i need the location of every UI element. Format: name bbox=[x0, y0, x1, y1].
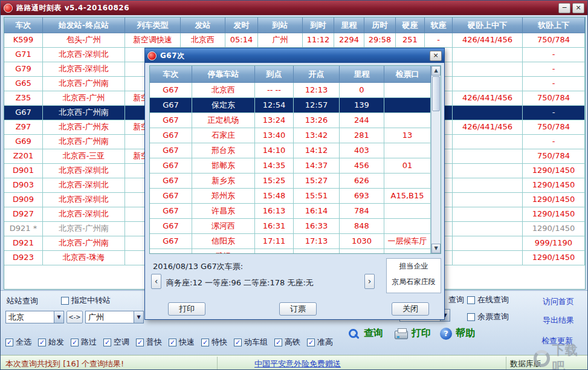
table-cell bbox=[255, 249, 294, 254]
checkbox-online-query[interactable]: 在线查询 bbox=[467, 294, 509, 305]
table-cell: 16:33 bbox=[294, 219, 340, 234]
table-cell: Z97 bbox=[4, 120, 43, 135]
column-header[interactable]: 里程 bbox=[334, 18, 364, 33]
table-cell: 北京西-深圳北 bbox=[43, 207, 125, 222]
column-header[interactable]: 检票口 bbox=[384, 66, 431, 83]
table-row[interactable]: G67保定东12:5412:57139 bbox=[150, 98, 431, 113]
table-cell: G67 bbox=[150, 98, 192, 113]
dropdown-icon[interactable]: ▼ bbox=[54, 311, 63, 323]
scroll-up-button[interactable]: ▲ bbox=[431, 66, 441, 76]
print-button[interactable]: 打印 bbox=[395, 327, 431, 340]
checkbox-air-conditioned[interactable]: ✓空调 bbox=[103, 337, 129, 348]
scrollbar-thumb[interactable] bbox=[432, 76, 440, 111]
column-header[interactable]: 到点 bbox=[255, 66, 294, 83]
column-header[interactable]: 到站 bbox=[258, 18, 303, 33]
checkbox-remaining-tickets[interactable]: 余票查询 bbox=[467, 311, 509, 322]
table-row[interactable]: G67许昌东16:1316:14784 bbox=[150, 204, 431, 219]
checkbox-box: ✓ bbox=[136, 339, 144, 346]
checkbox-select-all[interactable]: ✓全选 bbox=[5, 337, 31, 348]
table-row[interactable]: G67石家庄13:4013:4228113 bbox=[150, 128, 431, 143]
table-cell: 1290/1450 bbox=[523, 193, 585, 207]
column-header[interactable]: 发时 bbox=[225, 18, 258, 33]
column-header[interactable]: 发站 bbox=[181, 18, 225, 33]
from-station-combo[interactable]: 北京 ▼ bbox=[5, 311, 64, 323]
scrollbar-track[interactable] bbox=[431, 112, 441, 244]
checkbox-quasi-high-speed[interactable]: ✓准高 bbox=[307, 337, 333, 348]
table-cell: G67 bbox=[150, 128, 192, 143]
minimize-button[interactable]: ─ bbox=[558, 3, 570, 13]
checkbox-box: ✓ bbox=[201, 339, 209, 346]
table-cell: 许昌东 bbox=[192, 204, 255, 219]
scroll-down-button[interactable]: ▼ bbox=[431, 244, 441, 253]
table-cell: 999/1190 bbox=[523, 236, 585, 251]
prev-day-button[interactable]: ‹ bbox=[151, 274, 161, 289]
dialog-book-button[interactable]: 订票 bbox=[279, 302, 317, 316]
column-header[interactable]: 硬座 bbox=[396, 18, 425, 33]
table-cell: G69 bbox=[4, 135, 43, 149]
checkbox-express[interactable]: ✓特快 bbox=[201, 337, 227, 348]
table-row[interactable]: G67邯郸东14:3514:3745601 bbox=[150, 158, 431, 174]
dialog-close-action-button[interactable]: 关闭 bbox=[392, 302, 429, 316]
window-title: 路路通时刻表 v5.4-20160826 bbox=[16, 3, 129, 13]
checkbox-originating[interactable]: ✓始发 bbox=[38, 337, 64, 348]
check-update-link[interactable]: 检查更新 bbox=[541, 336, 573, 346]
column-header[interactable]: 停靠车站 bbox=[192, 66, 255, 83]
query-button[interactable]: 查询 bbox=[349, 327, 383, 340]
column-header[interactable]: 软座 bbox=[425, 18, 453, 33]
close-button[interactable]: × bbox=[572, 3, 584, 13]
column-header[interactable]: 列车类型 bbox=[125, 18, 181, 33]
dialog-close-button[interactable]: × bbox=[430, 51, 442, 61]
table-cell bbox=[384, 98, 431, 113]
column-header[interactable]: 开点 bbox=[294, 66, 340, 83]
table-cell: D903 bbox=[4, 178, 43, 193]
table-cell bbox=[453, 222, 523, 236]
table-row[interactable]: G67正定机场13:2413:26244 bbox=[150, 113, 431, 128]
checkbox-emu[interactable]: ✓动车组 bbox=[234, 337, 268, 348]
visit-homepage-link[interactable]: 访问首页 bbox=[543, 296, 574, 307]
checkbox-passing[interactable]: ✓路过 bbox=[71, 337, 97, 348]
checkbox-transfer-station[interactable]: 指定中转站 bbox=[61, 295, 111, 306]
to-station-combo[interactable]: 广州 ▼ bbox=[85, 311, 144, 323]
table-row[interactable]: G67漯河西16:3116:33848 bbox=[150, 219, 431, 234]
checkbox-box: ✓ bbox=[274, 339, 282, 346]
help-button[interactable]: ? 帮助 bbox=[440, 327, 475, 340]
table-cell bbox=[453, 164, 523, 178]
table-row[interactable]: G67新乡东15:2515:27626 bbox=[150, 174, 431, 189]
table-cell: 北京西-深圳北 bbox=[43, 48, 125, 62]
table-row[interactable]: G67信阳东17:1117:131030一层候车厅 bbox=[150, 234, 431, 249]
checkbox-label: 路过 bbox=[81, 337, 97, 348]
column-header[interactable]: 里程 bbox=[340, 66, 384, 83]
column-header[interactable]: 车次 bbox=[150, 66, 192, 83]
column-header[interactable]: 车次 bbox=[4, 18, 43, 33]
table-row[interactable]: K599包头-广州新空调快速北京西05:14广州11:12229429:5825… bbox=[4, 33, 585, 48]
table-cell: - bbox=[523, 48, 585, 62]
table-cell bbox=[453, 251, 523, 265]
checkbox-ordinary-fast[interactable]: ✓普快 bbox=[136, 337, 162, 348]
insurance-ad-link[interactable]: 中国平安意外险免费赠送 bbox=[254, 359, 341, 369]
column-header[interactable]: 软卧上下 bbox=[523, 18, 585, 33]
table-cell: 信阳东 bbox=[192, 234, 255, 249]
table-row[interactable]: G67郑州东15:4815:51693A15,B15 bbox=[150, 189, 431, 204]
table-row[interactable]: G67武汉 bbox=[150, 249, 431, 254]
vertical-scrollbar[interactable]: ▲ ▼ bbox=[431, 66, 441, 253]
dropdown-icon[interactable]: ▼ bbox=[134, 311, 143, 323]
export-results-link[interactable]: 导出结果 bbox=[543, 315, 574, 326]
next-day-button[interactable]: › bbox=[364, 274, 375, 289]
checkbox-high-speed[interactable]: ✓高铁 bbox=[274, 337, 300, 348]
table-cell: 626 bbox=[340, 174, 384, 189]
window-buttons: ─ × bbox=[558, 3, 584, 13]
train-detail-dialog: G67次 × 车次停靠车站到点开点里程检票口 G67北京西-- --12:130… bbox=[144, 48, 445, 320]
table-row[interactable]: G67邢台东14:1014:12403 bbox=[150, 143, 431, 158]
table-row[interactable]: G67北京西-- --12:130 bbox=[150, 83, 431, 98]
dialog-print-button[interactable]: 打印 bbox=[168, 302, 205, 316]
column-header[interactable]: 历时 bbox=[364, 18, 396, 33]
table-cell: 14:37 bbox=[294, 158, 340, 174]
swap-stations-button[interactable]: <-> bbox=[66, 311, 83, 323]
table-cell: 12:54 bbox=[255, 98, 294, 113]
table-cell: 14:35 bbox=[255, 158, 294, 174]
column-header[interactable]: 到时 bbox=[303, 18, 334, 33]
checkbox-fast[interactable]: ✓快速 bbox=[169, 337, 195, 348]
table-cell: 281 bbox=[340, 128, 384, 143]
column-header[interactable]: 硬卧上中下 bbox=[453, 18, 523, 33]
column-header[interactable]: 始发站-终点站 bbox=[43, 18, 125, 33]
